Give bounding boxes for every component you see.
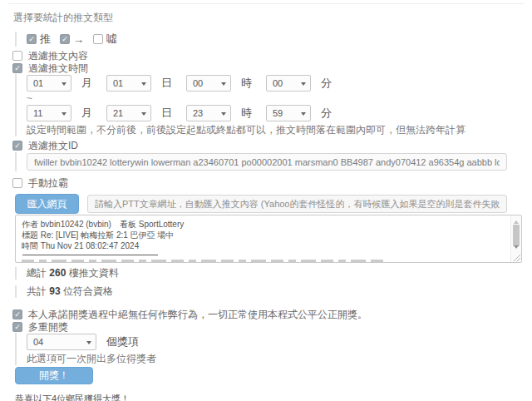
congrats-message: 恭喜以下4位鄉民獲得大獎！: [15, 394, 532, 401]
post-title-line: 標題 Re: [LIVE] 帕梅拉斯 2:1 巴伊亞 場中: [22, 230, 506, 240]
manual-slot-row: 手動拉霸: [12, 178, 532, 189]
prize-count-value: 04: [33, 337, 43, 347]
chevron-down-icon: [141, 82, 146, 88]
time-range-note: 設定時間範圍，不分前後，前後設定起點或終點都可以，推文時間落在範圍內即可，但無法…: [27, 125, 532, 136]
filter-id-checkbox[interactable]: [12, 141, 22, 151]
time-range-group: 01 月 01 日 00 時 00 分 ~: [15, 74, 532, 136]
total-suffix: 樓推文資料: [69, 267, 119, 279]
end-hour-select[interactable]: 23: [186, 105, 231, 121]
month-unit-label: 月: [81, 106, 92, 121]
import-url-button[interactable]: 匯入網頁: [15, 194, 79, 214]
month-unit-label: 月: [81, 76, 92, 91]
push-label: 推: [40, 32, 51, 47]
push-type-options: 推 → 噓: [15, 32, 532, 47]
chevron-down-icon: [62, 82, 66, 88]
post-author-line: 作者 bvbin10242 (bvbin): [22, 219, 120, 230]
start-minute-select[interactable]: 00: [266, 75, 311, 92]
manual-slot-checkbox[interactable]: [12, 178, 22, 188]
qualified-suffix: 位符合資格: [63, 285, 113, 297]
qualified-prefix: 共計: [27, 285, 47, 297]
post-time-line: 時間 Thu Nov 21 08:02:47 2024: [22, 240, 506, 251]
filter-time-label: 過濾推文時間: [28, 63, 88, 74]
top-divider: [8, 3, 524, 4]
total-pushes-line: 總計 260 樓推文資料: [15, 267, 532, 280]
chevron-down-icon: [62, 112, 66, 118]
multi-draw-note: 此選項可一次開出多位得獎者: [27, 354, 532, 364]
chevron-down-icon: [221, 82, 226, 88]
filter-time-checkbox[interactable]: [12, 63, 22, 73]
multi-draw-group: 04 個獎項 此選項可一次開出多位得獎者: [15, 333, 532, 365]
filter-time-row: 過濾推文時間: [12, 63, 532, 74]
chevron-down-icon: [221, 112, 226, 118]
push-type-push: 推: [27, 32, 51, 47]
multi-draw-label: 多重開獎: [28, 322, 68, 333]
time-start-row: 01 月 01 日 00 時 00 分: [27, 75, 532, 92]
import-url-input[interactable]: [87, 195, 507, 213]
boo-checkbox[interactable]: [93, 34, 103, 44]
fairness-promise-label: 本人承諾開獎過程中絕無任何作弊行為，一切正常使用本程式公平公正開獎。: [28, 309, 367, 320]
time-end-row: 11 月 21 日 23 時 59 分: [27, 105, 532, 121]
filter-content-row: 過濾推文內容: [12, 51, 532, 62]
qualified-count: 93: [49, 285, 60, 297]
start-month-value: 01: [33, 78, 43, 88]
day-unit-label: 日: [161, 106, 172, 121]
scroll-up-icon[interactable]: [514, 218, 519, 224]
push-type-arrow: →: [60, 33, 84, 46]
post-content-textarea[interactable]: 作者 bvbin10242 (bvbin) 看板 SportLottery 標題…: [15, 215, 522, 263]
fairness-promise-row: 本人承諾開獎過程中絕無任何作弊行為，一切正常使用本程式公平公正開獎。: [12, 309, 532, 320]
end-month-value: 11: [33, 108, 42, 118]
push-type-section-label: 選擇要統計的推文類型: [13, 12, 532, 23]
end-month-select[interactable]: 11: [27, 105, 71, 121]
day-unit-label: 日: [161, 76, 172, 91]
multi-draw-row: 多重開獎: [12, 322, 532, 333]
post-board-line: 看板 SportLottery: [120, 219, 184, 230]
multi-draw-checkbox[interactable]: [12, 322, 22, 332]
prize-count-row: 04 個獎項: [27, 334, 532, 350]
time-range-separator: ~: [27, 93, 532, 104]
chevron-down-icon: [301, 112, 306, 118]
scroll-down-icon[interactable]: [514, 245, 519, 251]
fairness-promise-checkbox[interactable]: [12, 309, 22, 319]
start-hour-value: 00: [193, 78, 203, 88]
total-prefix: 總計: [27, 267, 47, 279]
filter-content-checkbox[interactable]: [12, 51, 22, 61]
hour-unit-label: 時: [241, 76, 252, 91]
minute-unit-label: 分: [321, 76, 332, 91]
post-divider: [22, 255, 158, 255]
qualified-count-line: 共計 93 位符合資格: [15, 285, 532, 298]
chevron-down-icon: [301, 82, 306, 88]
minute-unit-label: 分: [321, 106, 332, 121]
filter-content-label: 過濾推文內容: [28, 51, 88, 62]
end-minute-select[interactable]: 59: [266, 105, 311, 121]
boo-label: 噓: [106, 32, 117, 47]
chevron-down-icon: [86, 341, 91, 347]
prize-count-select[interactable]: 04: [27, 334, 96, 350]
push-checkbox[interactable]: [27, 34, 37, 44]
import-row: 匯入網頁: [15, 194, 507, 214]
post-clipped-text: [22, 260, 387, 263]
filter-id-input-group: [15, 152, 532, 171]
post-content: 作者 bvbin10242 (bvbin) 看板 SportLottery 標題…: [16, 215, 521, 263]
start-month-select[interactable]: 01: [27, 75, 71, 92]
end-hour-value: 23: [193, 108, 203, 118]
manual-slot-label: 手動拉霸: [28, 178, 68, 189]
arrow-label: →: [73, 33, 84, 46]
start-day-value: 01: [113, 78, 123, 88]
filter-id-row: 過濾推文ID: [12, 141, 532, 151]
total-count: 260: [49, 267, 66, 279]
end-minute-value: 59: [273, 108, 283, 118]
hour-unit-label: 時: [241, 106, 252, 121]
start-minute-value: 00: [273, 78, 283, 88]
prize-unit-label: 個獎項: [106, 334, 139, 349]
start-hour-select[interactable]: 00: [186, 75, 231, 92]
end-day-select[interactable]: 21: [106, 105, 151, 121]
filter-id-input[interactable]: [27, 153, 507, 171]
draw-button[interactable]: 開獎！: [15, 367, 93, 384]
filter-id-label: 過濾推文ID: [28, 141, 78, 151]
end-day-value: 21: [113, 108, 123, 118]
chevron-down-icon: [141, 112, 146, 118]
arrow-checkbox[interactable]: [60, 34, 70, 44]
start-day-select[interactable]: 01: [106, 75, 151, 92]
push-type-boo: 噓: [93, 32, 117, 47]
scrollbar-thumb[interactable]: [513, 225, 520, 246]
